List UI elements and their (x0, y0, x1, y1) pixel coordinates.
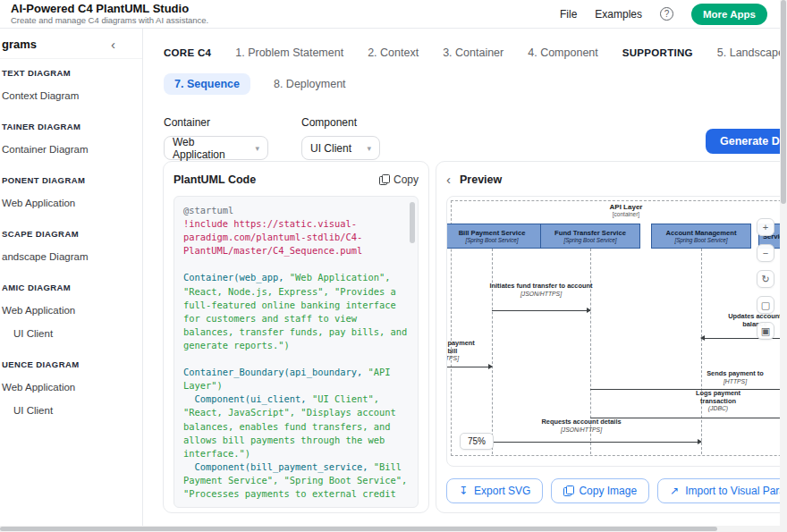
tab-core-c4[interactable]: CORE C4 (164, 47, 211, 58)
message-text: Sends payment to (694, 370, 776, 378)
participant-fund-transfer-service: Fund Transfer Service[Spring Boot Servic… (540, 224, 640, 249)
sidebar-section-amic-diagram: AMIC DIAGRAM (2, 283, 139, 293)
tab-5-landscape[interactable]: 5. Landscape (717, 46, 780, 59)
code-line: interface.") (183, 447, 409, 460)
tab-2-context[interactable]: 2. Context (368, 46, 419, 59)
boundary-subtitle: [container] (610, 211, 643, 218)
tab-8-deployment[interactable]: 8. Deployment (274, 73, 346, 95)
more-apps-button[interactable]: More Apps (691, 4, 767, 25)
participant-name: Account Management (666, 229, 737, 237)
code-line: balances, enables fund transfers, and (183, 420, 409, 434)
preview-footer: ↧Export SVGCopy Image↗Import to Visual P… (446, 478, 780, 503)
message-text: Logs payment transaction (680, 390, 757, 405)
message-arrow (492, 310, 590, 311)
vertical-scrollbar[interactable] (780, 0, 787, 532)
copy-icon (563, 486, 572, 496)
code-line: generate reports.") (183, 339, 409, 352)
tab-supporting[interactable]: SUPPORTING (622, 47, 693, 58)
participant-tech: [Spring Boot Service] (465, 237, 518, 244)
horizontal-scrollbar[interactable] (0, 526, 780, 532)
message-text: Submits payment for bill (446, 340, 479, 355)
tab-7-sequence[interactable]: 7. Sequence (164, 73, 250, 95)
copy-code-button[interactable]: Copy (379, 173, 419, 186)
code-line: Payment Service", "Spring Boot Service", (183, 474, 409, 487)
help-icon[interactable]: ? (660, 7, 673, 21)
sidebar-item-container-diagram[interactable]: Container Diagram (2, 143, 139, 156)
code-line: @startuml (183, 204, 409, 217)
reset-view-button[interactable]: ↻ (757, 270, 774, 288)
code-editor[interactable]: @startuml!include https://static.visual-… (173, 196, 419, 508)
app-branding: AI-Powered C4 PlantUML Studio Create and… (11, 3, 208, 25)
preview-panel-header: ‹ Preview (446, 170, 780, 190)
sidebar-item-web-application[interactable]: Web Application (2, 304, 139, 317)
sidebar-item-web-application[interactable]: Web Application (2, 381, 139, 393)
horizontal-scrollbar-thumb[interactable] (0, 527, 717, 531)
tab-row-primary: CORE C41. Problem Statement2. Context3. … (164, 46, 780, 59)
participant-account-management: Account Management[Spring Boot Service] (651, 224, 751, 249)
code-line (183, 258, 409, 271)
tab-3-container[interactable]: 3. Container (443, 46, 504, 59)
code-panel-title: PlantUML Code (173, 173, 256, 186)
component-label: Component (301, 116, 357, 129)
component-select-value: UI Client (310, 142, 351, 155)
export-svg-button[interactable]: ↧Export SVG (446, 478, 543, 503)
sidebar-section-scape-diagram: SCAPE DIAGRAM (2, 229, 139, 240)
sidebar-section-ponent-diagram: PONENT DIAGRAM (2, 175, 139, 186)
fullscreen-button[interactable]: ▢ (757, 296, 774, 314)
fit-view-button[interactable]: ▣ (757, 322, 774, 340)
message-text: Requests account details (540, 418, 622, 426)
code-panel-header: PlantUML Code Copy (173, 170, 419, 190)
code-line: "Processes payments to external credit (183, 487, 409, 501)
code-line: Component(bill_payment_service, "Bill (183, 460, 409, 474)
sidebar-item-context-diagram[interactable]: Context Diagram (2, 89, 139, 102)
sidebar: grams ‹ TEXT DIAGRAMContext DiagramTAINE… (0, 29, 143, 526)
app-title: AI-Powered C4 PlantUML Studio (11, 3, 208, 15)
message-tech: [JSON/HTTPS] (474, 291, 608, 298)
copy-code-label: Copy (394, 173, 419, 186)
component-field: Component UI Client ▾ (301, 114, 380, 160)
code-line: "React, JavaScript", "Displays account (183, 406, 409, 419)
sidebar-item-web-application[interactable]: Web Application (2, 197, 139, 209)
message-label: Submits payment for bill[HTTPS] (446, 340, 479, 362)
app-header: AI-Powered C4 PlantUML Studio Create and… (0, 0, 780, 29)
component-select[interactable]: UI Client ▾ (301, 136, 380, 160)
message-tech: (JDBC) (680, 405, 757, 412)
menu-file[interactable]: File (560, 8, 577, 21)
button-label: Export SVG (474, 485, 530, 497)
sidebar-list: TEXT DIAGRAMContext DiagramTAINER DIAGRA… (0, 68, 142, 417)
zoom-level-badge: 75% (460, 433, 494, 450)
import-to-visual-paradigm-button[interactable]: ↗Import to Visual Paradigm (657, 478, 780, 503)
sidebar-item-andscape-diagram[interactable]: andscape Diagram (2, 250, 139, 263)
participant-name: Fund Transfer Service (554, 229, 626, 237)
participant-tech: [Spring Boot Service] (674, 237, 727, 244)
sidebar-item-ui-client[interactable]: UI Client (2, 327, 139, 340)
code-scrollbar[interactable] (410, 202, 415, 243)
container-select[interactable]: Web Application ▾ (164, 136, 268, 160)
message-label: Logs payment transaction(JDBC) (680, 390, 757, 412)
button-label: Copy Image (579, 485, 637, 497)
message-tech: [HTTPS] (446, 355, 479, 362)
message-text: Initiates fund transfer to account (474, 283, 608, 291)
zoom-out-button[interactable]: − (757, 244, 774, 262)
boundary-label: API Layer [container] (610, 203, 643, 218)
zoom-in-button[interactable]: + (757, 218, 774, 236)
copy-image-button[interactable]: Copy Image (551, 478, 649, 503)
lifeline (701, 249, 702, 454)
vertical-scrollbar-thumb[interactable] (781, 0, 786, 204)
code-line: full-featured online banking interface (183, 299, 409, 312)
sidebar-header: grams ‹ (0, 29, 142, 59)
collapse-sidebar-icon[interactable]: ‹ (111, 40, 115, 49)
lifeline (492, 249, 493, 454)
button-label: Import to Visual Paradigm (685, 485, 780, 497)
code-line: PlantUML/master/C4_Sequence.puml (183, 244, 409, 258)
menu-examples[interactable]: Examples (595, 8, 642, 21)
generate-diagram-button[interactable]: Generate Diagram (706, 129, 780, 154)
tab-1-problem-statement[interactable]: 1. Problem Statement (235, 46, 343, 59)
tab-4-component[interactable]: 4. Component (528, 46, 598, 59)
collapse-preview-icon[interactable]: ‹ (446, 175, 451, 184)
participant-name: Bill Payment Service (459, 229, 526, 237)
message-arrow (492, 442, 701, 443)
app-root: AI-Powered C4 PlantUML Studio Create and… (0, 0, 787, 532)
diagram-canvas[interactable]: API Layer [container] 75% +−↻▢▣ Bill Pay… (446, 196, 780, 467)
sidebar-item-ui-client[interactable]: UI Client (2, 404, 139, 417)
